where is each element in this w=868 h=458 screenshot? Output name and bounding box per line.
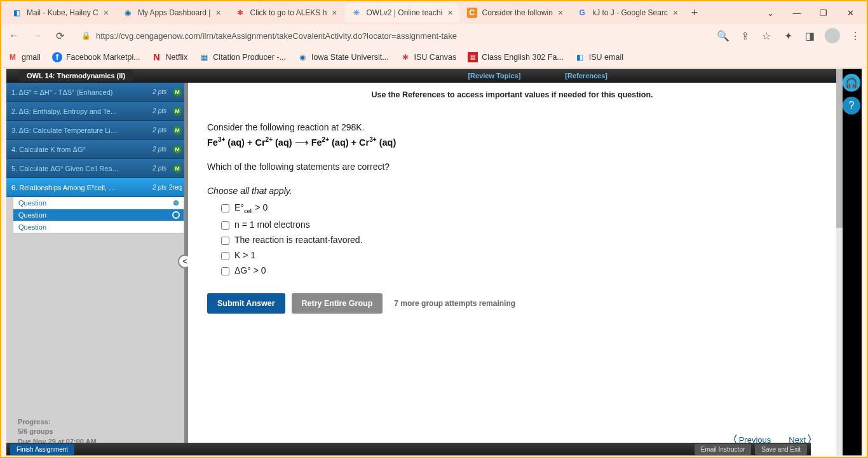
sub-question-2[interactable]: Question <box>13 209 184 221</box>
maximize-button[interactable]: ❐ <box>811 3 836 22</box>
option-3[interactable]: The reaction is reactant-favored. <box>221 235 817 245</box>
finish-assignment-button[interactable]: Finish Assignment <box>10 444 74 455</box>
tab-chegg[interactable]: CConsider the followin× <box>461 3 570 22</box>
sub-question-1[interactable]: Question <box>13 197 184 209</box>
checkbox-3[interactable] <box>221 237 229 245</box>
tab-mail[interactable]: ◧Mail - Kube, Hailey C× <box>5 3 115 22</box>
chat-icon[interactable]: 🎧 <box>843 74 860 92</box>
instruction-text: Use the References to access important v… <box>207 90 817 99</box>
share-icon[interactable]: ⇪ <box>738 29 751 42</box>
close-icon[interactable]: × <box>332 8 337 18</box>
attempts-remaining: 7 more group attempts remaining <box>394 299 515 308</box>
nav-item-6[interactable]: 6. Relationships Among E°cell, ΔG°,...2 … <box>6 178 184 197</box>
star-icon[interactable]: ☆ <box>760 29 773 42</box>
nav-item-5[interactable]: 5. Calculate ΔG° Given Cell Reaction ...… <box>6 159 184 178</box>
nav-item-3[interactable]: 3. ΔG: Calculate Temperature Limit2 ptsM <box>6 121 184 140</box>
back-button[interactable]: ← <box>6 28 22 43</box>
zoom-icon[interactable]: 🔍 <box>717 29 729 42</box>
bookmark-english302[interactable]: ▤Class English 302 Fa... <box>468 52 564 62</box>
lock-icon: 🔒 <box>81 31 91 40</box>
chevron-down-icon[interactable]: ⌄ <box>757 3 783 22</box>
retry-button[interactable]: Retry Entire Group <box>292 293 383 314</box>
question-content: Use the References to access important v… <box>188 83 836 455</box>
checkbox-4[interactable] <box>221 252 229 260</box>
reaction-equation: Fe3+ (aq) + Cr2+ (aq) ⟶ Fe2+ (aq) + Cr3+… <box>207 136 817 148</box>
menu-icon[interactable]: ⋮ <box>849 29 862 42</box>
close-icon[interactable]: × <box>673 8 678 18</box>
nav-item-2[interactable]: 2. ΔG: Enthalpy, Entropy and Tempera..2 … <box>6 102 184 121</box>
checkbox-5[interactable] <box>221 267 229 275</box>
bookmark-isu[interactable]: ◉Iowa State Universit... <box>297 52 389 62</box>
bookmark-citation[interactable]: ▦Citation Producer -... <box>199 52 286 62</box>
new-tab-button[interactable]: + <box>686 6 703 20</box>
submit-button[interactable]: Submit Answer <box>207 293 285 314</box>
sub-question-list: Question Question Question <box>13 197 184 234</box>
question-prompt: Which of the following statements are co… <box>207 162 817 172</box>
tab-myapps[interactable]: ◉My Apps Dashboard |× <box>116 3 227 22</box>
bookmarks-bar: Mgmail fFacebook Marketpl... NNetflix ▦C… <box>1 47 867 67</box>
profile-icon[interactable] <box>825 28 840 43</box>
option-4[interactable]: K > 1 <box>221 250 817 260</box>
bookmark-isuemail[interactable]: ◧ISU email <box>575 52 623 62</box>
choose-instruction: Choose all that apply. <box>207 186 817 196</box>
nav-item-4[interactable]: 4. Calculate K from ΔG°2 ptsM <box>6 140 184 159</box>
option-2[interactable]: n = 1 mol electrons <box>221 219 817 230</box>
email-instructor-button[interactable]: Email Instructor <box>695 444 751 455</box>
address-bar: ← → ⟳ 🔒 https://cvg.cengagenow.com/ilrn/… <box>1 24 867 47</box>
sub-question-3[interactable]: Question <box>13 221 184 233</box>
close-icon[interactable]: × <box>447 8 452 18</box>
minimize-button[interactable]: — <box>784 3 810 22</box>
extensions-icon[interactable]: ✦ <box>782 29 794 42</box>
option-1[interactable]: E°cell > 0 <box>221 202 817 214</box>
mastered-badge-icon: M <box>173 145 182 154</box>
bottom-bar: Finish Assignment Email Instructor Save … <box>6 443 811 455</box>
forward-button[interactable]: → <box>29 28 44 43</box>
close-icon[interactable]: × <box>215 8 220 18</box>
tab-google[interactable]: GkJ to J - Google Searc× <box>571 3 684 22</box>
question-sidebar: 1. ΔG° = ΔH° - TΔS° (Enhanced)2 ptsM 2. … <box>6 83 184 455</box>
tab-owlv2[interactable]: ❋OWLv2 | Online teachi× <box>345 3 459 22</box>
mastered-badge-icon: M <box>173 107 182 116</box>
close-icon[interactable]: × <box>558 8 563 18</box>
checkbox-2[interactable] <box>221 221 229 230</box>
status-dot-icon <box>172 199 180 207</box>
close-window-button[interactable]: ✕ <box>837 3 863 22</box>
assignment-title: OWL 14: Thermodynamics (II) <box>19 70 133 81</box>
bookmark-gmail[interactable]: Mgmail <box>8 52 41 62</box>
mastered-badge-icon: M <box>173 88 182 97</box>
bookmark-facebook[interactable]: fFacebook Marketpl... <box>52 52 140 62</box>
close-icon[interactable]: × <box>104 8 109 18</box>
mastered-badge-icon: M <box>173 126 182 135</box>
url-input[interactable]: 🔒 https://cvg.cengagenow.com/ilrn/takeAs… <box>75 27 709 45</box>
tab-aleks[interactable]: ✱Click to go to ALEKS h× <box>229 3 344 22</box>
option-5[interactable]: ΔG° > 0 <box>221 265 817 275</box>
url-text: https://cvg.cengagenow.com/ilrn/takeAssi… <box>96 31 457 41</box>
reload-button[interactable]: ⟳ <box>52 28 67 43</box>
references-link[interactable]: [References] <box>565 72 607 80</box>
review-topics-link[interactable]: [Review Topics] <box>468 72 520 80</box>
app-frame: 🎧 ? OWL 14: Thermodynamics (II) [Review … <box>6 69 862 455</box>
sidepanel-icon[interactable]: ◨ <box>803 29 816 42</box>
save-exit-button[interactable]: Save and Exit <box>755 444 807 455</box>
bookmark-netflix[interactable]: NNetflix <box>152 52 188 62</box>
assignment-header: OWL 14: Thermodynamics (II) [Review Topi… <box>6 69 836 83</box>
browser-tab-strip: ◧Mail - Kube, Hailey C× ◉My Apps Dashboa… <box>1 1 867 24</box>
checkbox-1[interactable] <box>221 204 229 212</box>
nav-item-1[interactable]: 1. ΔG° = ΔH° - TΔS° (Enhanced)2 ptsM <box>6 83 184 102</box>
status-dot-icon <box>172 211 180 219</box>
bookmark-canvas[interactable]: ✱ISU Canvas <box>400 52 457 62</box>
mastered-badge-icon: M <box>173 164 182 173</box>
question-intro: Consider the following reaction at 298K. <box>207 122 817 132</box>
help-icon[interactable]: ? <box>843 97 860 114</box>
